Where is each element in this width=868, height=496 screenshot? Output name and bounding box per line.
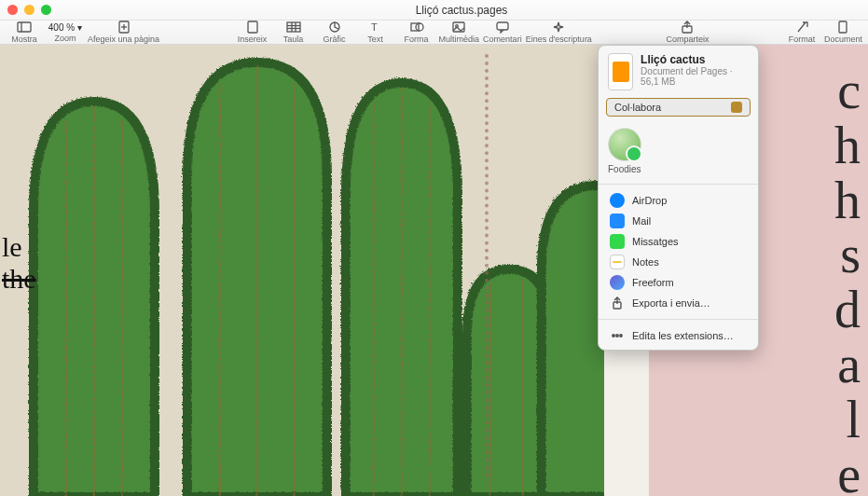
document-title: Lliçó cactus.pages <box>62 4 861 17</box>
notes-icon <box>610 255 625 269</box>
document-icon <box>608 53 633 90</box>
share-mail[interactable]: Mail <box>599 211 758 231</box>
format-icon <box>793 21 810 34</box>
share-doc-title: Lliçó cactus <box>641 53 749 66</box>
chevron-down-icon: ▾ <box>77 22 82 33</box>
text-button[interactable]: T Text <box>357 21 394 44</box>
share-messages[interactable]: Missatges <box>599 231 758 252</box>
insert-icon <box>244 21 261 34</box>
svg-point-33 <box>616 335 618 337</box>
share-airdrop[interactable]: AirDrop <box>599 190 758 211</box>
share-icon <box>679 21 696 34</box>
add-page-button[interactable]: Afegeix una pàgina <box>88 21 159 44</box>
svg-rect-5 <box>248 21 257 33</box>
svg-text:T: T <box>371 21 378 33</box>
svg-rect-15 <box>453 22 464 32</box>
share-popover: Lliçó cactus Document del Pages · 56,1 M… <box>598 45 759 351</box>
window-titlebar: Lliçó cactus.pages <box>0 0 868 21</box>
table-button[interactable]: Taula <box>275 21 312 44</box>
writing-tools-button[interactable]: Eines d'escriptura <box>526 21 592 44</box>
avatar <box>608 128 641 161</box>
document-icon <box>834 21 851 34</box>
media-icon <box>450 21 467 34</box>
svg-point-32 <box>613 335 614 337</box>
insert-button[interactable]: Insereix <box>234 21 271 44</box>
add-page-icon <box>116 21 132 34</box>
media-button[interactable]: Multimèdia <box>439 21 480 44</box>
minimize-window-button[interactable] <box>24 5 34 15</box>
window-controls <box>7 5 51 15</box>
margin-guide <box>485 54 489 477</box>
page-content[interactable]: le the <box>0 45 604 496</box>
export-icon <box>610 296 625 310</box>
svg-rect-6 <box>287 22 300 32</box>
text-icon: T <box>367 21 384 34</box>
svg-rect-19 <box>839 21 847 33</box>
handwritten-annotation: le the <box>2 231 36 295</box>
share-export[interactable]: Exporta i envia… <box>599 293 758 313</box>
view-icon <box>16 21 33 34</box>
chevron-updown-icon <box>731 102 742 113</box>
share-popover-header: Lliçó cactus Document del Pages · 56,1 M… <box>599 46 758 96</box>
share-button[interactable]: Comparteix <box>666 21 709 44</box>
share-mode-dropdown[interactable]: Col·labora <box>606 98 751 117</box>
table-icon <box>285 21 302 34</box>
airdrop-icon <box>610 193 625 208</box>
share-edit-extensions[interactable]: Edita les extensions… <box>599 325 758 346</box>
svg-point-34 <box>620 335 622 337</box>
share-destinations-list: AirDrop Mail Missatges Notes Freeform Ex… <box>599 186 758 317</box>
toolbar: Mostra 400 %▾ Zoom Afegeix una pàgina In… <box>0 21 868 45</box>
svg-rect-17 <box>497 22 508 30</box>
chart-icon <box>326 21 343 34</box>
sparkle-icon <box>550 21 567 34</box>
shape-icon <box>408 21 425 34</box>
share-freeform[interactable]: Freeform <box>599 272 758 293</box>
divider <box>599 184 758 185</box>
mail-icon <box>610 214 625 228</box>
share-suggested-contact[interactable]: Foodies <box>599 122 758 182</box>
share-notes[interactable]: Notes <box>599 252 758 272</box>
chart-button[interactable]: Gràfic <box>316 21 353 44</box>
zoom-window-button[interactable] <box>41 5 51 15</box>
comment-button[interactable]: Comentari <box>483 21 522 44</box>
document-button[interactable]: Document <box>824 21 862 44</box>
zoom-dropdown[interactable]: 400 %▾ Zoom <box>47 22 84 43</box>
share-doc-meta: Document del Pages · 56,1 MB <box>641 66 749 87</box>
messages-icon <box>610 234 625 249</box>
freeform-icon <box>610 275 625 290</box>
svg-point-14 <box>416 23 423 31</box>
view-button[interactable]: Mostra <box>6 21 43 44</box>
svg-rect-0 <box>18 22 31 32</box>
format-button[interactable]: Format <box>783 21 820 44</box>
divider <box>599 319 758 320</box>
cactus-illustration <box>0 45 604 496</box>
shape-button[interactable]: Forma <box>398 21 435 44</box>
close-window-button[interactable] <box>7 5 18 15</box>
more-icon <box>610 328 625 343</box>
comment-icon <box>494 21 511 34</box>
